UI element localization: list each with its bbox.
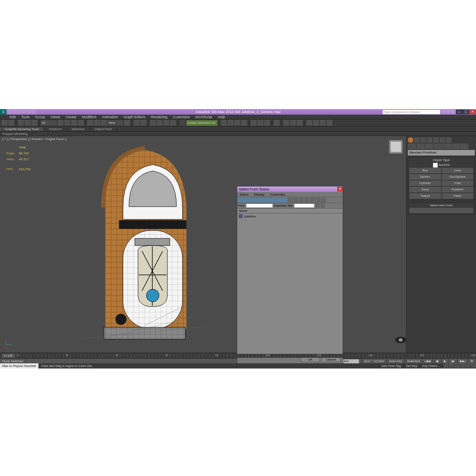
keyfilters-button[interactable]: Key Filters... — [420, 363, 443, 369]
move-icon[interactable] — [87, 120, 93, 126]
nav-icon[interactable]: ⊞ — [468, 359, 476, 364]
align-icon[interactable] — [228, 120, 234, 126]
menu-tools[interactable]: Tools — [21, 115, 30, 119]
nav-orbit-icon[interactable] — [465, 363, 470, 368]
primitive-category-dropdown[interactable]: Standard Primitives — [408, 150, 475, 155]
find-input[interactable] — [246, 203, 273, 208]
menu-create[interactable]: Create — [65, 115, 76, 119]
timeline-track[interactable]: 02040 6080100 120140160 180 — [17, 354, 476, 358]
ribbon-tab[interactable]: Graphite Modeling Tools — [0, 127, 44, 131]
filter-icon[interactable] — [282, 198, 287, 203]
menu-modifiers[interactable]: Modifiers — [82, 115, 96, 119]
scene-object-list[interactable]: Jukebox — [237, 213, 343, 355]
qat-icon[interactable] — [13, 110, 17, 114]
cp-tool-icon[interactable] — [446, 137, 451, 143]
primitive-button[interactable]: Pyramid — [442, 187, 474, 192]
lightbulb-icon[interactable] — [408, 137, 413, 143]
ribbon-tab[interactable]: Freeform — [44, 127, 67, 131]
menu-help[interactable]: Help — [218, 115, 225, 119]
menu-animation[interactable]: Animation — [102, 115, 118, 119]
rotate-icon[interactable] — [94, 120, 100, 126]
search-icon[interactable] — [441, 110, 446, 114]
filter-icon[interactable] — [238, 198, 243, 203]
spinner-snap-icon[interactable] — [170, 120, 176, 126]
render-icon[interactable] — [297, 120, 303, 126]
primitive-button[interactable]: Cylinder — [409, 180, 441, 186]
play-icon[interactable]: ▶ — [441, 359, 449, 364]
menu-rendering[interactable]: Rendering — [151, 115, 168, 119]
link-icon[interactable] — [18, 120, 24, 126]
scale-icon[interactable] — [101, 120, 107, 126]
nav-pan-icon[interactable] — [443, 363, 448, 368]
pivot-icon[interactable] — [124, 120, 130, 126]
filter-icon[interactable] — [315, 198, 321, 203]
filter-icon[interactable] — [321, 198, 326, 203]
qat-icon[interactable] — [27, 110, 31, 114]
hierarchy-tab-icon[interactable] — [425, 144, 434, 149]
viewport[interactable]: [ + ] [ Perspective ] [ Shaded + Edged F… — [0, 136, 476, 353]
nav-zoom-extents-icon[interactable] — [454, 363, 459, 368]
modify-tab-icon[interactable] — [416, 144, 425, 149]
dialog-titlebar[interactable]: Select From Scene ✕ — [237, 186, 343, 192]
keymode-dropdown[interactable]: Selected — [405, 359, 422, 364]
cp-tool-icon[interactable] — [440, 137, 445, 143]
keyboard-shortcut-icon[interactable] — [140, 120, 146, 126]
edit-selection-set-icon[interactable] — [180, 120, 186, 126]
cp-tab-icon[interactable] — [460, 144, 468, 149]
subscription-icon[interactable] — [446, 110, 451, 114]
add-time-tag[interactable]: Add Time Tag — [379, 363, 404, 369]
menu-maxscript[interactable]: MAXScript — [196, 115, 213, 119]
schematic-view-icon[interactable] — [264, 120, 270, 126]
display-tab-icon[interactable] — [443, 144, 451, 149]
curve-editor-icon[interactable] — [257, 120, 263, 126]
filter-icon[interactable] — [271, 198, 276, 203]
redo-icon[interactable] — [8, 120, 14, 126]
tool-icon[interactable] — [320, 120, 326, 126]
nav-maximize-icon[interactable] — [471, 363, 476, 368]
maxscript-listener[interactable]: Max to Physcs Geometr — [0, 363, 39, 369]
menu-edit[interactable]: Edit — [10, 115, 16, 119]
layer-manager-icon[interactable] — [241, 120, 247, 126]
play-prev-icon[interactable]: ◀| — [433, 359, 441, 364]
dialog-menu-display[interactable]: Display — [254, 193, 264, 196]
named-selection-dropdown[interactable]: Create Selection Se — [186, 120, 217, 126]
nav-zoom-icon[interactable] — [449, 363, 454, 368]
filter-icon[interactable] — [288, 198, 293, 203]
unlink-icon[interactable] — [25, 120, 31, 126]
ribbon-subpanel[interactable]: Polygon Modeling — [0, 132, 476, 136]
cp-tool-icon[interactable] — [433, 137, 439, 143]
filter-icon[interactable] — [243, 198, 248, 203]
ribbon-tab[interactable]: Selection — [67, 127, 90, 131]
snap-percent-icon[interactable] — [163, 120, 169, 126]
menu-group[interactable]: Group — [35, 115, 45, 119]
snap-2d-icon[interactable] — [150, 120, 156, 126]
create-tab-icon[interactable] — [408, 144, 416, 149]
primitive-button[interactable]: Teapot — [409, 193, 441, 199]
play-next-icon[interactable]: |▶ — [449, 359, 457, 364]
undo-icon[interactable] — [2, 120, 8, 126]
maximize-button[interactable]: ▢ — [463, 109, 469, 114]
ref-coord-dropdown[interactable]: View — [107, 120, 123, 126]
primitive-button[interactable]: Plane — [442, 193, 474, 199]
primitive-button[interactable]: Box — [409, 168, 441, 173]
filter-icon[interactable] — [254, 198, 259, 203]
snap-angle-icon[interactable] — [157, 120, 163, 126]
tool-icon[interactable] — [326, 120, 332, 126]
filter-icon[interactable] — [293, 198, 298, 203]
layers-icon[interactable] — [234, 120, 240, 126]
minimize-button[interactable]: — — [456, 109, 463, 114]
filter-icon[interactable] — [260, 198, 265, 203]
selection-set-input[interactable] — [294, 203, 315, 208]
column-header-name[interactable]: Name — [237, 209, 343, 213]
tool-icon[interactable] — [315, 203, 320, 208]
filter-icon[interactable] — [249, 198, 254, 203]
help-icon[interactable] — [451, 110, 455, 114]
autokey-button[interactable]: Auto Key — [387, 359, 405, 364]
filter-icon[interactable] — [299, 198, 304, 203]
qat-icon[interactable] — [17, 110, 22, 114]
tool-icon[interactable] — [321, 203, 325, 208]
menu-customize[interactable]: Customize — [173, 115, 190, 119]
material-editor-icon[interactable] — [274, 120, 280, 126]
dialog-menu-select[interactable]: Select — [240, 193, 248, 196]
select-region-icon[interactable] — [71, 120, 77, 126]
